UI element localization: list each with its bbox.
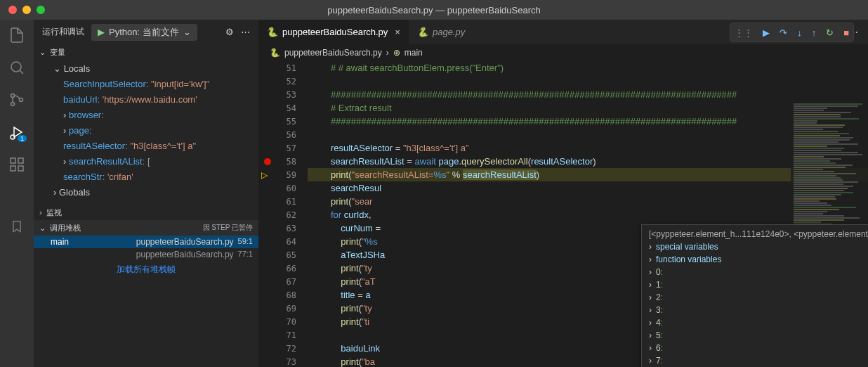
run-debug-icon[interactable]: 1 (8, 124, 25, 141)
launch-config[interactable]: ▶ Python: 当前文件 ⌄ (91, 24, 197, 41)
extensions-icon[interactable] (8, 156, 25, 173)
breakpoint-icon[interactable] (264, 158, 271, 165)
python-icon: 🐍 (270, 48, 280, 58)
hover-item[interactable]: ›3: (642, 304, 868, 316)
hover-summary: [<pyppeteer.element_h...111e124e0>, <pyp… (642, 228, 868, 240)
chevron-down-icon: ⌄ (183, 27, 191, 37)
continue-icon[interactable]: ▶ (763, 27, 770, 38)
code-line[interactable]: ########################################… (308, 115, 868, 128)
hover-item[interactable]: ›2: (642, 291, 868, 304)
stack-frame[interactable]: puppeteerBaiduSearch.py77:1 (34, 248, 258, 261)
svg-rect-6 (18, 158, 23, 163)
hover-item[interactable]: ›5: (642, 329, 868, 342)
code-line[interactable] (308, 128, 868, 141)
variables-section[interactable]: ⌄变量 (34, 44, 258, 60)
step-over-icon[interactable]: ↷ (780, 27, 787, 38)
restart-icon[interactable]: ↻ (826, 27, 834, 38)
explorer-icon[interactable] (8, 27, 25, 44)
python-icon: 🐍 (267, 27, 278, 37)
svg-rect-8 (18, 166, 23, 171)
svg-rect-5 (11, 158, 15, 163)
hover-item[interactable]: ›7: (642, 354, 868, 367)
svg-rect-7 (11, 166, 15, 171)
svg-point-2 (11, 103, 15, 106)
step-out-icon[interactable]: ↑ (812, 27, 817, 38)
variable-row[interactable]: › searchResultAList: [ (34, 154, 258, 169)
code-line[interactable]: # # await searchButtonElem.press("Enter"… (308, 61, 868, 75)
variable-row[interactable]: baiduUrl: 'https://www.baidu.com' (34, 92, 258, 108)
close-icon[interactable]: × (395, 27, 400, 37)
svg-point-0 (11, 62, 21, 72)
chevron-right-icon: › (39, 208, 42, 217)
python-icon: 🐍 (417, 27, 428, 37)
variable-row[interactable]: › browser: (34, 108, 258, 123)
editor-tab[interactable]: 🐍page.py (409, 20, 473, 44)
window-title: puppeteerBaiduSearch.py — puppeteerBaidu… (327, 5, 541, 15)
locals-header[interactable]: ⌄ Locals (34, 61, 258, 77)
chevron-right-icon: › (386, 48, 389, 58)
step-into-icon[interactable]: ↓ (797, 27, 802, 38)
close-window[interactable] (8, 6, 17, 14)
play-icon: ▶ (98, 27, 105, 37)
config-label: Python: 当前文件 (109, 26, 179, 39)
hover-special[interactable]: ›function variables (642, 253, 868, 266)
code-line[interactable]: for curIdx, (308, 208, 868, 221)
variable-row[interactable]: resultASelector: "h3[class^='t'] a" (34, 139, 258, 154)
paused-reason: 因 STEP 已暂停 (203, 223, 254, 233)
hover-special[interactable]: ›special variables (642, 240, 868, 253)
variable-row[interactable]: SearchInputSelector: "input[id='kw']" (34, 77, 258, 92)
editor-area: ⋮⋮ ▶ ↷ ↓ ↑ ↻ ■ 🐍puppeteerBaiduSearch.py×… (258, 20, 868, 367)
maximize-window[interactable] (37, 6, 45, 14)
window-controls (0, 6, 45, 14)
minimize-window[interactable] (22, 6, 31, 14)
code-line[interactable]: print("sear (308, 195, 868, 208)
debug-hover[interactable]: [<pyppeteer.element_h...111e124e0>, <pyp… (641, 224, 868, 367)
svg-point-1 (11, 94, 15, 98)
gear-icon[interactable]: ⚙ (225, 27, 234, 37)
hover-item[interactable]: ›1: (642, 278, 868, 291)
editor-tab[interactable]: 🐍puppeteerBaiduSearch.py× (258, 20, 409, 44)
hover-item[interactable]: ›0: (642, 266, 868, 278)
stack-frame[interactable]: mainpuppeteerBaiduSearch.py59:1 (34, 236, 258, 248)
titlebar: puppeteerBaiduSearch.py — puppeteerBaidu… (0, 0, 868, 20)
watch-section[interactable]: ›监视 (34, 205, 258, 220)
debug-sidebar: 运行和调试 ▶ Python: 当前文件 ⌄ ⚙ ⋯ ⌄变量 ⌄ Locals … (34, 20, 258, 367)
code-line[interactable]: ########################################… (308, 88, 868, 101)
function-icon: ⊕ (393, 48, 400, 58)
code-line[interactable]: searchResultAList = await page.querySele… (308, 155, 868, 168)
hover-item[interactable]: ›6: (642, 342, 868, 354)
hover-item[interactable]: ›4: (642, 316, 868, 329)
stop-icon[interactable]: ■ (843, 27, 849, 38)
variable-row[interactable]: › page: (34, 123, 258, 139)
code-line[interactable]: searchResul (308, 181, 868, 195)
load-all-frames[interactable]: 加载所有堆栈帧 (34, 261, 258, 278)
callstack-section[interactable]: ⌄调用堆栈因 STEP 已暂停 (34, 220, 258, 236)
code-line[interactable]: print("searchResultAList=%s" % searchRes… (308, 168, 868, 181)
code-editor[interactable]: 5152535455565758▷59606162636465666768697… (258, 61, 868, 367)
code-line[interactable]: resultASelector = "h3[class^='t'] a" (308, 141, 868, 155)
debug-toolbar[interactable]: ⋮⋮ ▶ ↷ ↓ ↑ ↻ ■ (730, 22, 854, 42)
current-line-icon: ▷ (261, 170, 268, 180)
source-control-icon[interactable] (8, 91, 25, 108)
chevron-down-icon: ⌄ (39, 224, 46, 233)
breadcrumb[interactable]: 🐍 puppeteerBaiduSearch.py › ⊕ main (258, 44, 868, 61)
debug-badge: 1 (18, 135, 27, 142)
variable-row[interactable]: searchStr: 'crifan' (34, 169, 258, 185)
globals-header[interactable]: › Globals (34, 185, 258, 200)
sidebar-title: 运行和调试 (42, 26, 84, 38)
activity-bar: 1 (0, 20, 34, 367)
bookmark-icon[interactable] (8, 218, 25, 235)
code-line[interactable]: # Extract result (308, 101, 868, 115)
chevron-down-icon: ⌄ (39, 48, 46, 57)
search-icon[interactable] (8, 59, 25, 76)
drag-handle-icon[interactable]: ⋮⋮ (735, 27, 753, 38)
code-line[interactable] (308, 75, 868, 88)
more-icon[interactable]: ⋯ (241, 27, 250, 37)
